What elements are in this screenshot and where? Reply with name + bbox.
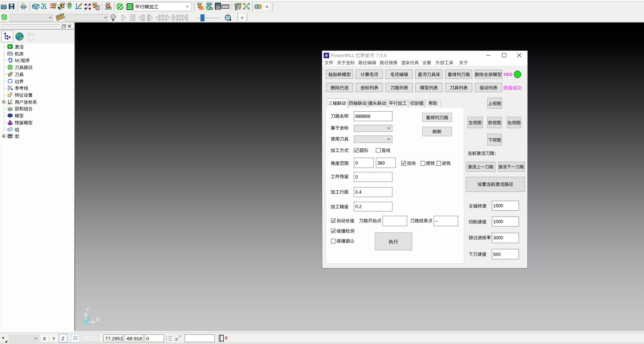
svg-text:z: z	[166, 340, 167, 341]
